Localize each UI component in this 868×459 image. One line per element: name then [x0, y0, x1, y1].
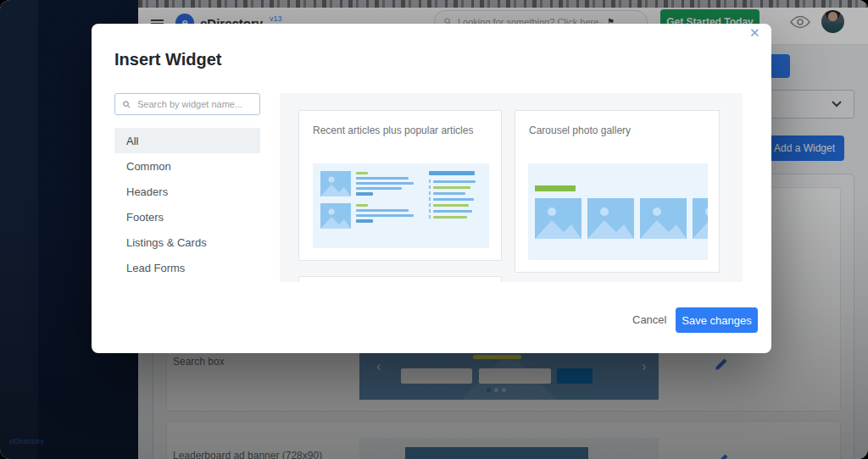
modal-title: Insert Widget	[114, 50, 222, 69]
image-placeholder-icon	[587, 198, 634, 239]
save-changes-button[interactable]: Save changes	[676, 307, 758, 333]
image-placeholder-icon	[535, 198, 581, 239]
category-footers[interactable]: Footers	[114, 204, 260, 230]
green-accent-bar	[535, 185, 576, 191]
widget-card-recent-articles[interactable]: Recent articles plus popular articles	[298, 110, 502, 261]
widget-card-carousel-gallery[interactable]: Carousel photo gallery	[515, 110, 720, 273]
close-icon[interactable]: ✕	[749, 25, 760, 41]
category-listings-cards[interactable]: Listings & Cards	[114, 230, 260, 255]
image-placeholder-icon	[320, 171, 351, 196]
widget-gallery: Recent articles plus popular articles	[280, 93, 743, 282]
search-icon	[122, 100, 131, 109]
category-lead-forms[interactable]: Lead Forms	[114, 255, 260, 280]
widget-search-input[interactable]	[137, 99, 248, 109]
app-window: Design Page Editor Themes Colors & Fonts…	[0, 0, 868, 459]
category-list: All Common Headers Footers Listings & Ca…	[114, 128, 260, 280]
category-common[interactable]: Common	[114, 153, 260, 179]
category-all[interactable]: All	[114, 128, 260, 153]
category-headers[interactable]: Headers	[114, 179, 260, 204]
image-placeholder-icon	[320, 203, 351, 229]
carousel-gallery-art	[528, 163, 708, 260]
widget-card-partial[interactable]	[298, 276, 502, 282]
widget-card-title: Carousel photo gallery	[515, 111, 719, 136]
image-placeholder-icon	[693, 198, 708, 239]
image-placeholder-icon	[640, 198, 687, 239]
recent-articles-art	[313, 163, 489, 248]
widget-card-title: Recent articles plus popular articles	[299, 111, 501, 136]
widget-search[interactable]	[114, 93, 260, 115]
cancel-button[interactable]: Cancel	[632, 313, 666, 326]
